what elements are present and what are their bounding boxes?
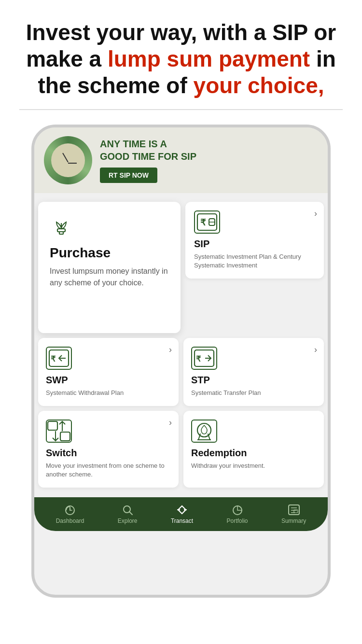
redemption-icon-box [191,420,217,443]
sip-icon-box: ₹ [194,210,220,234]
header-section: Invest your way, with a SIP or make a lu… [0,0,362,109]
explore-icon [122,504,133,516]
sip-card[interactable]: › ₹ SIP Systematic Investment Plan & Cen [185,202,324,279]
banner-title: ANY TIME IS A GOOD TIME FOR SIP [100,138,318,163]
banner-text: ANY TIME IS A GOOD TIME FOR SIP RT SIP N… [100,138,318,183]
nav-item-dashboard[interactable]: Dashboard [56,504,84,524]
row1: Purchase Invest lumpsum money instantly … [34,198,328,333]
svg-text:₹: ₹ [200,218,206,227]
stp-desc: Systematic Transfer Plan [191,389,316,397]
svg-text:₹: ₹ [196,355,201,363]
nav-item-transact[interactable]: Transact [171,504,193,524]
dashboard-icon [64,504,76,516]
row2: › ₹ SWP Systematic Withdrawal Plan [34,338,328,406]
redemption-icon [193,420,216,442]
svg-text:₹: ₹ [51,355,56,363]
sip-card-container: › ₹ SIP Systematic Investment Plan & Cen [185,202,324,333]
nav-label-explore: Explore [118,518,138,524]
transact-icon [175,504,189,516]
nav-item-summary[interactable]: Summary [281,504,306,524]
purchase-card[interactable]: Purchase Invest lumpsum money instantly … [38,202,181,333]
sip-desc: Systematic Investment Plan & Century Sys… [194,252,315,270]
phone-wrapper: ANY TIME IS A GOOD TIME FOR SIP RT SIP N… [0,110,362,598]
plant-icon [50,215,73,237]
nav-label-summary: Summary [281,518,306,524]
clock-graphic [44,136,92,184]
clock-hands [54,146,83,175]
switch-title: Switch [46,448,171,459]
switch-icon-box [46,420,72,443]
switch-icon [47,420,71,442]
redemption-title: Redemption [191,448,316,459]
row3: › Switch Move your investment from one s… [34,406,328,488]
purchase-title: Purchase [50,245,169,261]
redemption-desc: Withdraw your investment. [191,462,316,470]
stp-title: STP [191,375,316,386]
bottom-nav: Dashboard Explore [34,497,328,531]
nav-item-explore[interactable]: Explore [118,504,138,524]
stp-card[interactable]: › ₹ STP Systematic Transfer Plan [183,338,324,406]
start-sip-button[interactable]: RT SIP NOW [100,168,157,183]
stp-icon-box: ₹ [191,347,217,370]
nav-item-portfolio[interactable]: Portfolio [227,504,248,524]
sip-title: SIP [194,238,315,250]
switch-chevron-icon: › [169,418,172,428]
sip-chevron-icon: › [314,209,317,219]
purchase-card-container: Purchase Invest lumpsum money instantly … [38,202,181,333]
clock-inner [51,143,85,177]
svg-rect-13 [48,421,57,430]
portfolio-icon [231,504,244,516]
nav-label-transact: Transact [171,518,193,524]
svg-rect-1 [59,232,63,234]
header-title: Invest your way, with a SIP or make a lu… [19,19,343,99]
cards-section: Purchase Invest lumpsum money instantly … [34,198,328,532]
swp-chevron-icon: › [169,345,172,355]
swp-icon: ₹ [48,349,70,367]
banner: ANY TIME IS A GOOD TIME FOR SIP RT SIP N… [34,127,328,193]
summary-icon [287,504,301,516]
phone-mockup: ANY TIME IS A GOOD TIME FOR SIP RT SIP N… [31,125,331,598]
nav-label-portfolio: Portfolio [227,518,248,524]
sip-icon: ₹ [196,213,218,231]
switch-desc: Move your investment from one scheme to … [46,462,171,479]
swp-desc: Systematic Withdrawal Plan [46,389,171,397]
swp-title: SWP [46,375,171,386]
stp-chevron-icon: › [314,345,317,355]
svg-rect-14 [60,432,70,441]
switch-card[interactable]: › Switch Move your investment from one s… [38,411,179,488]
nav-label-dashboard: Dashboard [56,518,84,524]
svg-line-21 [129,512,132,515]
redemption-card[interactable]: Redemption Withdraw your investment. [183,411,324,488]
stp-icon: ₹ [194,349,215,367]
purchase-desc: Invest lumpsum money instantly in any sc… [50,266,169,289]
swp-icon-box: ₹ [46,347,72,370]
swp-card[interactable]: › ₹ SWP Systematic Withdrawal Plan [38,338,179,406]
